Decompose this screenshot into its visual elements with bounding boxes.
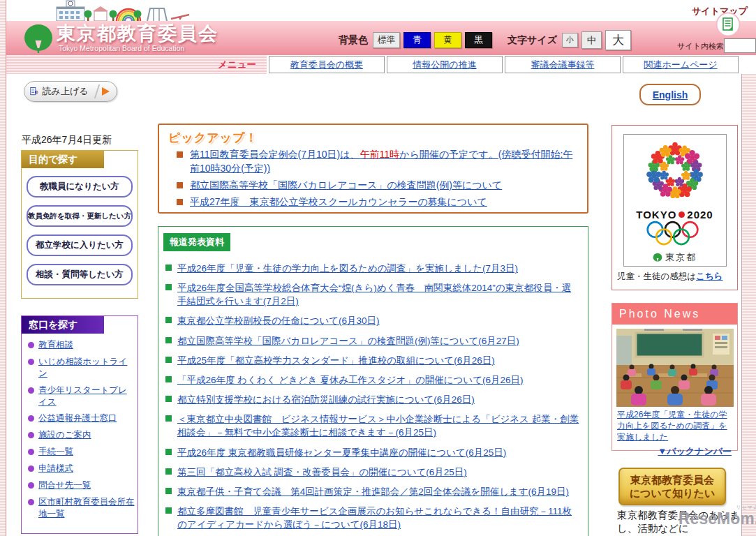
photo-news-caption-link[interactable]: 平成26年度「児童・生徒の学力向上を図るための調査」を実施しました [617,409,732,443]
purpose-button-school[interactable]: 都立学校に入りたい方 [27,234,133,256]
window-link-list: 教育相談 いじめ相談ホットライン 青少年リスタートプレイス 公益通報弁護士窓口 … [27,339,135,520]
window-link[interactable]: 施設のご案内 [38,430,91,440]
window-link[interactable]: 手続一覧 [38,447,73,456]
pickup-link[interactable]: 平成27年度 東京都公立学校スクールカウンセラーの募集について [190,196,487,207]
tokyo-ginkgo-icon [653,253,662,262]
news-link[interactable]: 第三回「都立高校入試 調査・改善委員会」の開催について(6月25日) [177,467,467,477]
bg-yellow-button[interactable]: 黄 [434,32,461,48]
photo-news-title: Photo News [612,304,737,325]
press-release-box: 報道発表資料 平成26年度「児童・生徒の学力向上を図るための調査」を実施しました… [158,226,588,536]
news-link[interactable]: ＜東京都立中央図書館 ビジネス情報サービス＞中小企業診断士による「ビジネス 起業… [177,414,579,438]
read-aloud-label: 読み上げる [43,85,89,98]
menu-item-minutes[interactable]: 審議会議事録等 [505,56,621,73]
english-link[interactable]: English [653,89,688,100]
news-link[interactable]: 平成26年度全国高等学校総合体育大会“煌(きら)めく青春 南関東総体2014”の… [177,283,571,306]
window-box-title: 窓口を探す [22,316,104,334]
window-link[interactable]: 公益通報弁護士窓口 [38,413,117,423]
site-search-input[interactable] [724,38,756,53]
menu-item-related[interactable]: 関連ホームページ [623,56,739,73]
news-link[interactable]: 平成26年度 東京都教職員研修センター夏季集中講座の開催について(6月25日) [177,447,506,458]
menu-link[interactable]: 関連ホームページ [644,59,717,71]
font-medium-button[interactable]: 中 [581,31,602,49]
list-item: 施設のご案内 [27,429,135,441]
window-link[interactable]: 区市町村教育委員会所在地一覧 [38,497,135,519]
top-strip: サイトマップ [6,0,756,21]
photo-news-image[interactable] [616,329,734,407]
tokyo2020-box: TOKYO2020 東京都 児童・生徒の感想はこちら [612,125,738,290]
news-link[interactable]: 都立特別支援学校における宿泊防災訓練の試行実施について(6月26日) [177,394,475,405]
list-item: 「平成26年度 わくわく どきどき 夏休み工作スタジオ」の開催について(6月26… [177,373,579,387]
bg-color-label: 背景色 [339,34,368,47]
pickup-link[interactable]: 都立国際高等学校「国際バカロレアコース」の検査問題(例)等について [190,179,502,191]
news-link[interactable]: 平成26年度「児童・生徒の学力向上を図るための調査」を実施しました(7月3日) [177,263,518,274]
list-item: 公益通報弁護士窓口 [27,412,135,424]
news-link[interactable]: 平成25年度「都立高校学力スタンダード」推進校の取組について(6月26日) [177,355,495,366]
tokyo2020-feedback-link[interactable]: こちら [696,271,722,281]
back-number-link[interactable]: ▼バックナンバー [612,445,732,458]
read-aloud-button[interactable]: 読み上げる [24,81,117,102]
tokyo2020-flower-wreath-icon [639,136,711,206]
bg-standard-button[interactable]: 標準 [373,32,400,48]
sitemap-document-icon[interactable] [716,12,741,37]
photo-news-box: Photo News 平成26年度「児童・生徒の学 [612,303,738,451]
window-link[interactable]: 問合せ先一覧 [38,480,91,490]
page: サイトマップ 東京都教育委員会 Tokyo Metropolitan Board… [0,0,756,536]
news-link[interactable]: 都立多摩図書館 児童青少年サービス企画展示のお知らせこれならできる！自由研究－1… [177,506,572,530]
font-small-button[interactable]: 小 [562,33,578,47]
about-board-button[interactable]: 東京都教育委員会 について知りたい [618,468,726,505]
play-icon[interactable] [102,87,110,96]
menu-link[interactable]: 情報公開の推進 [413,59,476,71]
list-item: 手続一覧 [27,446,135,458]
pickup-list: 第11回教育委員会定例会(7月10日)は、午前11時から開催の予定です。(傍聴受… [190,148,577,209]
window-link[interactable]: 教育相談 [38,340,73,350]
menu-item-disclosure[interactable]: 情報公開の推進 [387,56,503,73]
bg-black-button[interactable]: 黒 [465,32,492,48]
about-button-line1: 東京都教育委員会 [630,473,714,487]
red-sun-icon [679,211,685,218]
list-item: 都立国際高等学校「国際バカロレアコース」の検査問題(例)等について(6月27日) [177,334,579,348]
menu-items: 教育委員会の概要 情報公開の推進 審議会議事録等 関連ホームページ [269,56,739,73]
menu-link[interactable]: 審議会議事録等 [531,59,595,71]
window-link[interactable]: 申請様式 [38,463,73,473]
list-item: 平成26年度「児童・生徒の学力向上を図るための調査」を実施しました(7月3日) [177,262,579,275]
list-item: いじめ相談ホットライン [27,356,135,380]
menu-label: メニュー [6,55,267,74]
purpose-button-teacher[interactable]: 教職員になりたい方 [27,176,133,198]
font-large-button[interactable]: 大 [605,30,631,50]
tokyo2020-wordmark: TOKYO2020 [624,209,726,221]
press-release-list: 平成26年度「児童・生徒の学力向上を図るための調査」を実施しました(7月3日) … [177,262,579,536]
site-subtitle: Tokyo Metropolitan Board of Education [59,44,184,52]
purpose-box-title: 目的で探す [22,151,104,168]
window-link[interactable]: いじめ相談ホットライン [38,357,127,378]
list-item: 平成27年度 東京都公立学校スクールカウンセラーの募集について [190,195,577,209]
pickup-link[interactable]: 第11回教育委員会定例会(7月10日)は、午前11時から開催の予定です。(傍聴受… [190,149,572,174]
menu-bar: メニュー 教育委員会の概要 情報公開の推進 審議会議事録等 関連ホームページ [6,55,756,74]
about-button-line2: について知りたい [630,486,715,500]
news-link[interactable]: 東京都子供・子育て会議 第4回計画策定・推進部会／第2回全体会議を開催します(6… [177,486,569,497]
olympic-rings-icon [646,221,704,247]
tokyo2020-emblem-panel[interactable]: TOKYO2020 東京都 [623,134,727,267]
list-item: 平成25年度「都立高校学力スタンダード」推進校の取組について(6月26日) [177,354,579,367]
window-link[interactable]: 青少年リスタートプレイス [38,385,127,407]
resemom-watermark: リセマム ReseMom. [679,504,756,527]
press-release-title: 報道発表資料 [163,233,230,251]
menu-item-overview[interactable]: 教育委員会の概要 [269,56,385,73]
english-button[interactable]: English [639,84,701,105]
chevron-divider-icon [89,84,99,98]
menu-link[interactable]: 教育委員会の概要 [290,59,363,71]
list-item: 申請様式 [27,463,135,475]
purpose-button-consult[interactable]: 相談・質問等したい方 [27,264,133,285]
news-link[interactable]: 「平成26年度 わくわく どきどき 夏休み工作スタジオ」の開催について(6月26… [177,375,523,385]
speaker-icon [30,86,39,97]
bg-blue-button[interactable]: 青 [403,32,431,48]
list-item: 平成26年度全国高等学校総合体育大会“煌(きら)めく青春 南関東総体2014”の… [177,281,579,308]
news-link[interactable]: 東京都公立学校副校長の任命について(6月30日) [177,315,380,326]
tokyo-ginkgo-logo-icon [23,23,54,54]
purpose-button-license[interactable]: 教員免許を取得・更新したい方 [27,205,133,227]
site-search-label: サイト内検索 [677,41,724,52]
news-link[interactable]: 都立国際高等学校「国際バカロレアコース」の検査問題(例)等について(6月27日) [177,336,519,346]
list-item: 都立多摩図書館 児童青少年サービス企画展示のお知らせこれならできる！自由研究－1… [177,505,579,531]
list-item: ＜東京都立中央図書館 ビジネス情報サービス＞中小企業診断士による「ビジネス 起業… [177,412,579,439]
page-left-border [6,0,6,536]
highlighted-time: 午前11時 [360,149,400,160]
